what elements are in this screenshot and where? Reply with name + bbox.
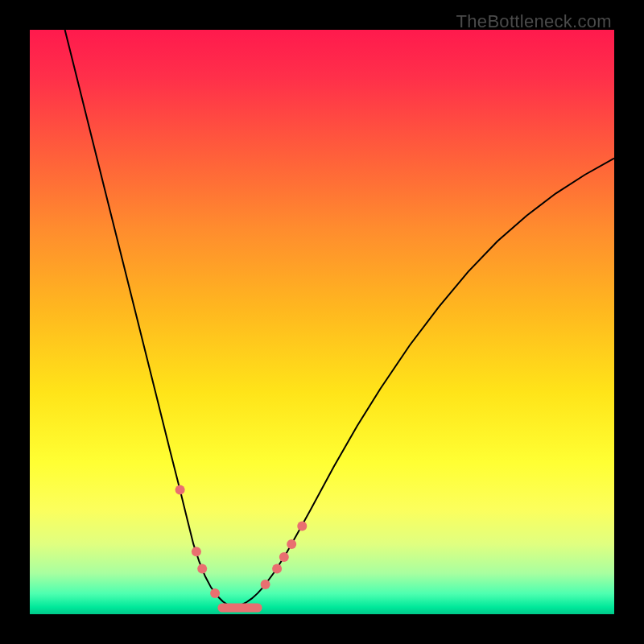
- marker-point: [297, 521, 307, 530]
- marker-point: [197, 564, 207, 573]
- watermark-text: TheBottleneck.com: [456, 11, 612, 32]
- chart-frame: TheBottleneck.com: [0, 0, 644, 644]
- left-curve: [65, 30, 235, 607]
- marker-point: [287, 539, 296, 549]
- plot-area: [30, 30, 614, 614]
- marker-point: [272, 564, 282, 573]
- markers-group: [175, 485, 308, 598]
- marker-point: [210, 588, 220, 598]
- marker-point: [279, 552, 289, 562]
- chart-svg: [30, 30, 614, 614]
- marker-point: [175, 485, 185, 494]
- marker-point: [192, 547, 201, 556]
- marker-point: [261, 580, 270, 589]
